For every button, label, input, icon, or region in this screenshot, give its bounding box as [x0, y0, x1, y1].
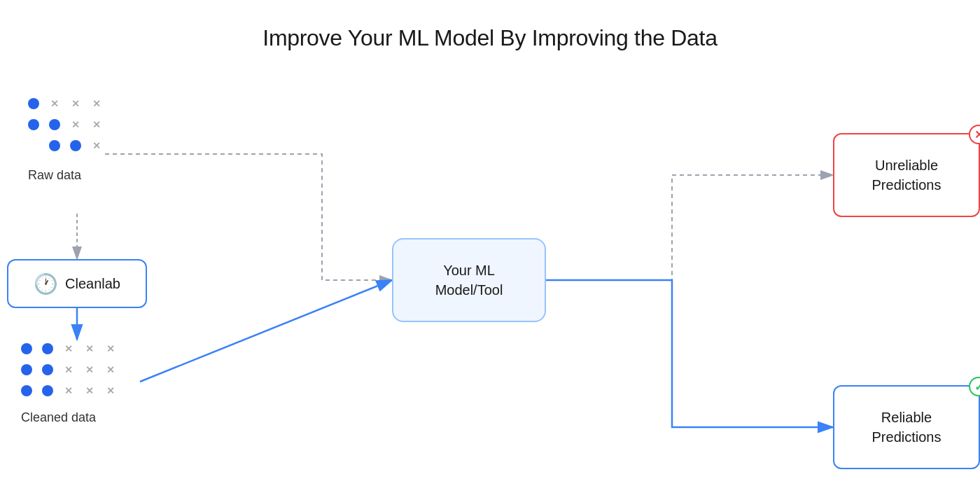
x-mark: ✕ [49, 98, 60, 109]
x-mark: ✕ [63, 364, 74, 375]
dot [42, 385, 53, 396]
x-mark: ✕ [84, 364, 95, 375]
dot [42, 364, 53, 375]
dot [42, 343, 53, 354]
x-mark: ✕ [91, 140, 102, 151]
raw-data-group: ✕ ✕ ✕ ✕ ✕ ✕ Raw data [28, 98, 105, 183]
x-mark: ✕ [105, 364, 116, 375]
cleanlab-icon: 🕐 [34, 272, 58, 296]
dot [28, 140, 39, 151]
raw-data-label: Raw data [28, 168, 105, 183]
x-mark: ✕ [105, 385, 116, 396]
x-mark: ✕ [63, 385, 74, 396]
x-mark: ✕ [84, 343, 95, 354]
cleanlab-label: Cleanlab [65, 276, 120, 292]
page-title: Improve Your ML Model By Improving the D… [0, 0, 980, 51]
x-mark: ✕ [91, 98, 102, 109]
ml-model-label: Your MLModel/Tool [435, 261, 503, 300]
dot [21, 385, 32, 396]
x-mark: ✕ [84, 385, 95, 396]
reliable-badge-icon: ✓ [969, 377, 980, 396]
dot [49, 140, 60, 151]
dot [28, 98, 39, 109]
reliable-predictions-box: Reliable Predictions ✓ [833, 385, 980, 469]
dot [21, 343, 32, 354]
cleaned-data-group: ✕ ✕ ✕ ✕ ✕ ✕ ✕ ✕ ✕ Cleaned data [21, 343, 118, 425]
dot [70, 140, 81, 151]
x-mark: ✕ [63, 343, 74, 354]
unreliable-label: Unreliable Predictions [846, 155, 967, 195]
x-mark: ✕ [70, 98, 81, 109]
dot [21, 364, 32, 375]
unreliable-predictions-box: Unreliable Predictions ✕ [833, 133, 980, 217]
cleaned-data-label: Cleaned data [21, 410, 118, 425]
cleanlab-box: 🕐 Cleanlab [7, 259, 147, 308]
x-mark: ✕ [91, 119, 102, 130]
diagram-container: ✕ ✕ ✕ ✕ ✕ ✕ Raw data 🕐 Cleanlab ✕ ✕ ✕ [0, 63, 980, 493]
raw-dot-grid: ✕ ✕ ✕ ✕ ✕ ✕ [28, 98, 105, 158]
reliable-label: Reliable Predictions [846, 408, 967, 447]
ml-model-box: Your MLModel/Tool [392, 238, 546, 322]
dot [49, 119, 60, 130]
dot [28, 119, 39, 130]
x-mark: ✕ [70, 119, 81, 130]
cleaned-dot-grid: ✕ ✕ ✕ ✕ ✕ ✕ ✕ ✕ ✕ [21, 343, 118, 401]
unreliable-badge-icon: ✕ [969, 125, 980, 144]
x-mark: ✕ [105, 343, 116, 354]
